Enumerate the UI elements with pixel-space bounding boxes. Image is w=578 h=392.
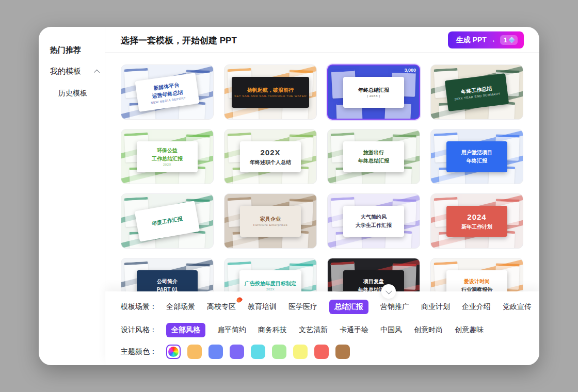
page-title: 选择一套模板，开始创建 PPT xyxy=(121,35,237,46)
template-card[interactable]: 年终总结汇报[ 20XX ]3,000 xyxy=(327,64,420,120)
theme-color-swatch[interactable] xyxy=(187,345,202,359)
template-card[interactable]: 旅游出行年终总结汇报 xyxy=(327,129,420,184)
filter-chip[interactable]: 党政宣传 xyxy=(503,302,532,312)
template-title-line: 大学生工作汇报 xyxy=(356,222,392,229)
filter-chip[interactable]: 企业介绍 xyxy=(462,302,491,312)
filter-chip[interactable]: 全部场景 xyxy=(166,302,195,312)
filter-chip[interactable]: 卡通手绘 xyxy=(340,325,368,335)
filter-chip[interactable]: 创意时尚 xyxy=(414,325,443,335)
template-cover: 广告投放年度目标制定202X xyxy=(239,270,301,292)
generate-ppt-label: 生成 PPT → xyxy=(456,36,496,45)
credit-badge: 1 xyxy=(500,35,518,45)
template-corner-badge: 3,000 xyxy=(404,68,416,73)
template-title-line: 新年工作计划 xyxy=(461,223,492,231)
sidebar-item-label: 我的模板 xyxy=(50,67,81,76)
template-card[interactable]: 年度工作汇报 xyxy=(121,193,214,249)
template-title-line: 年终总结汇报 xyxy=(358,87,389,94)
template-card[interactable]: 扬帆起航，破浪前行SET SAIL AND SAIL THROUGH THE W… xyxy=(224,64,317,120)
theme-color-swatch[interactable] xyxy=(293,345,308,359)
theme-color-swatch[interactable] xyxy=(335,345,350,359)
template-cover: 扬帆起航，破浪前行SET SAIL AND SAIL THROUGH THE W… xyxy=(232,77,309,108)
diamond-icon xyxy=(508,37,515,43)
credit-count: 1 xyxy=(504,36,507,44)
style-chips: 全部风格扁平简约商务科技文艺清新卡通手绘中国风创意时尚创意趣味 xyxy=(166,323,484,337)
sidebar-item-history-templates[interactable]: 历史模板 xyxy=(50,89,105,98)
filter-chip[interactable]: 商业计划 xyxy=(421,302,450,312)
theme-color-swatch[interactable] xyxy=(251,345,265,359)
template-cover: 202X年终述职个人总结 xyxy=(240,141,301,172)
template-subtitle: 202X xyxy=(266,288,275,291)
sidebar-item-my-templates[interactable]: 我的模板 xyxy=(50,67,105,76)
template-cover: 大气简约风大学生工作汇报 xyxy=(343,206,404,237)
template-title-line: 大气简约风 xyxy=(361,214,387,221)
template-subtitle: Furniture Enterprises xyxy=(253,223,288,226)
generate-ppt-button[interactable]: 生成 PPT → 1 xyxy=(448,31,524,48)
template-card[interactable]: 环保公益工作总结汇报202X xyxy=(121,129,214,184)
template-cover: 公司简介PART 01 xyxy=(137,270,198,292)
style-filter-label: 设计风格： xyxy=(121,325,166,335)
chevron-up-icon xyxy=(94,69,100,75)
template-card[interactable]: 广告投放年度目标制定202X xyxy=(224,258,317,291)
template-title-line: 公司简介 xyxy=(157,278,178,285)
template-picker-modal: 热门推荐 我的模板 历史模板 选择一套模板，开始创建 PPT 生成 PPT → … xyxy=(39,27,539,365)
template-title-line: 项目复盘 xyxy=(363,278,384,285)
rainbow-wheel-icon xyxy=(168,347,179,357)
filter-chip[interactable]: 教育培训 xyxy=(248,302,277,312)
template-title-line: 扬帆起航，破浪前行 xyxy=(247,87,294,94)
template-card[interactable]: 202X年终述职个人总结 xyxy=(224,129,317,184)
template-subtitle: [ 20XX ] xyxy=(367,94,380,97)
main-header: 选择一套模板，开始创建 PPT 生成 PPT → 1 xyxy=(105,27,539,53)
theme-color-swatch[interactable] xyxy=(230,345,244,359)
template-card[interactable]: 家具企业Furniture Enterprises xyxy=(224,193,317,249)
template-title-line: 环保公益 xyxy=(157,147,178,154)
color-filter-row: 主题颜色： xyxy=(121,345,350,359)
theme-color-swatch[interactable] xyxy=(314,345,329,359)
hot-flame-icon xyxy=(235,296,243,303)
template-cover: 用户激活项目年终汇报 xyxy=(446,141,507,172)
template-title-line: 行业洞察报告 xyxy=(461,286,492,292)
filter-chip[interactable]: 扁平简约 xyxy=(217,325,246,335)
filter-chip[interactable]: 高校专区 xyxy=(207,302,236,312)
template-title-line: 202X xyxy=(260,148,280,158)
scene-chips: 全部场景高校专区教育培训医学医疗总结汇报营销推广商业计划企业介绍党政宣传晚会表彰 xyxy=(166,300,539,314)
theme-color-swatch[interactable] xyxy=(208,345,223,359)
filter-chip[interactable]: 总结汇报 xyxy=(329,300,368,314)
filter-chip[interactable]: 医学医疗 xyxy=(288,302,317,312)
theme-color-swatch[interactable] xyxy=(272,345,286,359)
sidebar-item-hot-recommend[interactable]: 热门推荐 xyxy=(50,45,105,55)
template-title-line: 工作总结汇报 xyxy=(152,155,183,162)
color-swatches xyxy=(166,345,350,359)
template-card[interactable]: 新媒体平台运营年终总结NEW MEDIA REPORT xyxy=(121,64,214,120)
template-card[interactable]: 爱设计时尚行业洞察报告 xyxy=(430,258,523,291)
template-title-line: 旅游出行 xyxy=(363,149,384,156)
template-title-line: 爱设计时尚 xyxy=(464,278,490,285)
template-title-line: 年终总结汇报 xyxy=(358,157,389,165)
filter-chip[interactable]: 中国风 xyxy=(380,325,402,335)
template-title-line: 年度工作汇报 xyxy=(151,215,183,227)
theme-color-rainbow-swatch[interactable] xyxy=(166,345,181,359)
sidebar-item-label: 热门推荐 xyxy=(50,45,81,55)
template-card[interactable]: 2024新年工作计划 xyxy=(430,193,523,249)
template-card[interactable]: 项目复盘年终总结汇报 xyxy=(327,258,420,291)
filter-chip[interactable]: 创意趣味 xyxy=(455,325,484,335)
chevron-down-icon xyxy=(386,287,392,294)
template-subtitle: SET SAIL AND SAIL THROUGH THE WATER xyxy=(234,94,307,97)
scene-filter-row: 模板场景： 全部场景高校专区教育培训医学医疗总结汇报营销推广商业计划企业介绍党政… xyxy=(121,300,539,314)
template-title-line: 年终汇报 xyxy=(467,157,487,165)
main-panel: 选择一套模板，开始创建 PPT 生成 PPT → 1 新媒体平台运营年终总结NE… xyxy=(105,27,539,365)
template-cover: 爱设计时尚行业洞察报告 xyxy=(446,270,507,292)
template-card[interactable]: 大气简约风大学生工作汇报 xyxy=(327,193,420,249)
filter-chip[interactable]: 文艺清新 xyxy=(299,325,328,335)
collapse-filters-button[interactable] xyxy=(381,284,396,299)
template-card[interactable]: 用户激活项目年终汇报 xyxy=(430,129,523,184)
scene-filter-label: 模板场景： xyxy=(121,302,166,312)
filter-chip[interactable]: 商务科技 xyxy=(258,325,287,335)
template-cover: 2024新年工作计划 xyxy=(446,206,507,237)
filter-chip[interactable]: 营销推广 xyxy=(380,302,409,312)
filter-chip[interactable]: 全部风格 xyxy=(166,323,205,337)
template-cover: 环保公益工作总结汇报202X xyxy=(137,141,198,172)
template-card[interactable]: 年终工作总结20XX YEAR END SUMMARY xyxy=(430,64,523,120)
template-card[interactable]: 公司简介PART 01 xyxy=(121,258,214,291)
template-title-line: 家具企业 xyxy=(260,216,281,223)
template-title-line: 2024 xyxy=(467,212,486,222)
